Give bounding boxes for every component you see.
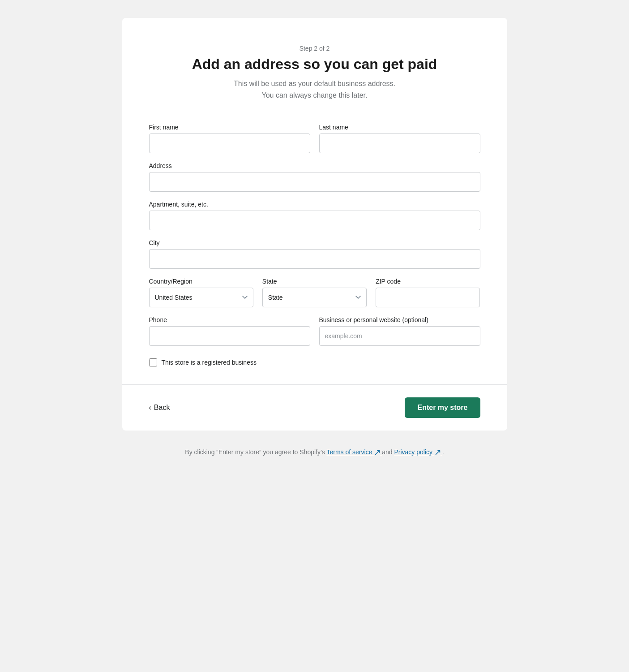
phone-input[interactable] [149, 326, 310, 346]
address-group: Address [149, 162, 480, 192]
apartment-input[interactable] [149, 211, 480, 230]
location-row: Country/Region United States Canada Unit… [149, 278, 480, 307]
phone-group: Phone [149, 316, 310, 346]
page-header: Step 2 of 2 Add an address so you can ge… [149, 45, 480, 101]
apartment-label: Apartment, suite, etc. [149, 201, 480, 208]
legal-and: and [382, 448, 392, 456]
phone-label: Phone [149, 316, 310, 323]
privacy-policy-link[interactable]: Privacy policy [394, 448, 442, 456]
main-form-card: Step 2 of 2 Add an address so you can ge… [122, 18, 507, 384]
external-link-icon [375, 450, 380, 455]
country-select[interactable]: United States Canada United Kingdom Aust… [149, 288, 253, 307]
registered-business-label: This store is a registered business [162, 359, 257, 366]
zip-input[interactable] [376, 288, 480, 307]
country-select-wrapper: United States Canada United Kingdom Aust… [149, 288, 253, 307]
address-input[interactable] [149, 172, 480, 192]
website-group: Business or personal website (optional) [319, 316, 480, 346]
page-title: Add an address so you can get paid [149, 56, 480, 73]
page-subtitle-line2: You can always change this later. [149, 90, 480, 101]
website-input[interactable] [319, 326, 480, 346]
state-select-wrapper: State Alabama Alaska Arizona California … [262, 288, 367, 307]
country-label: Country/Region [149, 278, 253, 285]
enter-store-button[interactable]: Enter my store [405, 397, 480, 418]
city-label: City [149, 239, 480, 246]
country-group: Country/Region United States Canada Unit… [149, 278, 253, 307]
footer-bar: ‹ Back Enter my store [122, 384, 507, 431]
legal-prefix: By clicking “Enter my store” you agree t… [185, 448, 325, 456]
enter-store-label: Enter my store [417, 404, 467, 411]
zip-label: ZIP code [376, 278, 480, 285]
first-name-label: First name [149, 124, 310, 131]
city-input[interactable] [149, 249, 480, 269]
legal-suffix: . [442, 448, 444, 456]
zip-group: ZIP code [376, 278, 480, 307]
terms-of-service-link[interactable]: Terms of service [326, 448, 382, 456]
apartment-group: Apartment, suite, etc. [149, 201, 480, 230]
state-select[interactable]: State Alabama Alaska Arizona California … [262, 288, 367, 307]
external-link-icon-2 [435, 450, 441, 455]
registered-business-checkbox[interactable] [149, 358, 157, 366]
registered-business-row: This store is a registered business [149, 358, 480, 366]
chevron-left-icon: ‹ [149, 404, 151, 412]
first-name-group: First name [149, 124, 310, 153]
page-subtitle-line1: This will be used as your default busine… [149, 78, 480, 90]
back-button[interactable]: ‹ Back [149, 404, 170, 412]
state-group: State State Alabama Alaska Arizona Calif… [262, 278, 367, 307]
legal-footer: By clicking “Enter my store” you agree t… [185, 448, 444, 456]
last-name-group: Last name [319, 124, 480, 153]
city-group: City [149, 239, 480, 269]
step-label: Step 2 of 2 [149, 45, 480, 52]
last-name-input[interactable] [319, 134, 480, 153]
back-label: Back [154, 404, 170, 412]
website-label: Business or personal website (optional) [319, 316, 480, 323]
state-label: State [262, 278, 367, 285]
first-name-input[interactable] [149, 134, 310, 153]
last-name-label: Last name [319, 124, 480, 131]
address-form: First name Last name Address Apartment, … [149, 124, 480, 366]
address-label: Address [149, 162, 480, 169]
phone-website-row: Phone Business or personal website (opti… [149, 316, 480, 346]
name-row: First name Last name [149, 124, 480, 153]
